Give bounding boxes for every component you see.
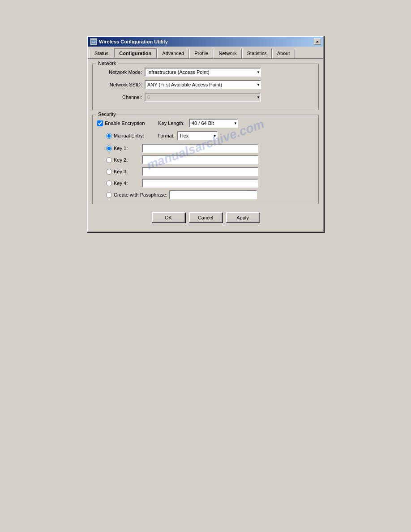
network-ssid-label: Network SSID: xyxy=(97,82,142,87)
enable-encryption-text: Enable Encryption xyxy=(105,120,145,126)
key-length-select-wrapper[interactable]: 40 / 64 Bit 104 / 128 Bit xyxy=(189,119,238,128)
tab-statistics[interactable]: Statistics xyxy=(242,49,272,59)
manual-entry-row: Manual Entry: Format: Hex ASCII xyxy=(97,131,314,140)
network-mode-row: Network Mode: Infrastructure (Access Poi… xyxy=(97,68,314,77)
key3-radio-label[interactable]: Key 3: xyxy=(106,169,142,175)
key2-radio-label[interactable]: Key 2: xyxy=(106,157,142,163)
key2-radio[interactable] xyxy=(106,157,112,163)
network-ssid-select-wrapper[interactable]: ANY (First Available Access Point) xyxy=(145,80,261,89)
network-ssid-select[interactable]: ANY (First Available Access Point) xyxy=(145,80,261,89)
passphrase-row: Create with Passphrase: xyxy=(97,190,314,199)
key1-row: Key 1: xyxy=(97,144,314,153)
key1-radio-label[interactable]: Key 1: xyxy=(106,146,142,151)
key-length-select[interactable]: 40 / 64 Bit 104 / 128 Bit xyxy=(189,119,238,128)
key3-text: Key 3: xyxy=(114,169,128,174)
main-window: Wireless Configuration Utility × Status … xyxy=(87,36,324,232)
tab-network[interactable]: Network xyxy=(214,49,241,59)
key2-input[interactable] xyxy=(142,155,258,164)
key2-row: Key 2: xyxy=(97,155,314,164)
key-length-label: Key Length: xyxy=(158,120,184,126)
tab-configuration[interactable]: Configuration xyxy=(114,48,157,58)
ok-button[interactable]: OK xyxy=(152,212,185,223)
key2-text: Key 2: xyxy=(114,157,128,163)
titlebar-left: Wireless Configuration Utility xyxy=(90,38,168,45)
tab-profile[interactable]: Profile xyxy=(189,49,213,59)
manual-entry-radio-label[interactable]: Manual Entry: xyxy=(106,133,144,139)
tab-status[interactable]: Status xyxy=(90,49,113,59)
buttons-area: OK Cancel Apply xyxy=(92,209,319,227)
passphrase-input[interactable] xyxy=(169,190,257,199)
window-title: Wireless Configuration Utility xyxy=(99,39,168,44)
key4-text: Key 4: xyxy=(114,180,128,186)
titlebar: Wireless Configuration Utility × xyxy=(88,37,323,47)
close-button[interactable]: × xyxy=(314,39,321,45)
key1-text: Key 1: xyxy=(114,146,128,151)
key3-radio[interactable] xyxy=(106,169,112,175)
passphrase-text: Create with Passphrase: xyxy=(114,192,167,197)
channel-label: Channel: xyxy=(97,94,142,100)
enable-encryption-checkbox[interactable] xyxy=(97,120,103,126)
network-mode-select-wrapper[interactable]: Infrastructure (Access Point) Ad Hoc Acc… xyxy=(145,68,261,77)
passphrase-radio[interactable] xyxy=(106,192,112,198)
network-mode-label: Network Mode: xyxy=(97,69,142,75)
format-group: Format: Hex ASCII xyxy=(158,131,218,140)
key1-radio[interactable] xyxy=(106,146,112,151)
key4-row: Key 4: xyxy=(97,179,314,188)
tab-advanced[interactable]: Advanced xyxy=(157,49,189,59)
app-icon xyxy=(90,38,97,45)
cancel-button[interactable]: Cancel xyxy=(189,212,223,223)
security-group-label: Security xyxy=(96,112,118,117)
network-group-label: Network xyxy=(96,60,118,66)
tabs-area: Status Configuration Advanced Profile Ne… xyxy=(88,47,323,59)
key4-input[interactable] xyxy=(142,179,258,188)
format-select[interactable]: Hex ASCII xyxy=(177,131,218,140)
enable-encryption-label[interactable]: Enable Encryption xyxy=(97,120,145,126)
passphrase-radio-label[interactable]: Create with Passphrase: xyxy=(106,192,167,198)
content-area: Network Network Mode: Infrastructure (Ac… xyxy=(88,59,323,232)
tab-about[interactable]: About xyxy=(272,49,295,59)
network-group: Network Network Mode: Infrastructure (Ac… xyxy=(92,64,319,110)
encryption-row: Enable Encryption Key Length: 40 / 64 Bi… xyxy=(97,119,314,128)
channel-row: Channel: 6 xyxy=(97,93,314,102)
key1-input[interactable] xyxy=(142,144,258,153)
channel-select[interactable]: 6 xyxy=(145,93,261,102)
security-group: Security Enable Encryption Key Length: 4… xyxy=(92,115,319,204)
format-select-wrapper[interactable]: Hex ASCII xyxy=(177,131,218,140)
format-label: Format: xyxy=(158,133,175,138)
manual-entry-text: Manual Entry: xyxy=(114,133,144,138)
network-ssid-row: Network SSID: ANY (First Available Acces… xyxy=(97,80,314,89)
key4-radio[interactable] xyxy=(106,180,112,186)
key3-input[interactable] xyxy=(142,167,258,176)
channel-select-wrapper[interactable]: 6 xyxy=(145,93,261,102)
key3-row: Key 3: xyxy=(97,167,314,176)
network-mode-select[interactable]: Infrastructure (Access Point) Ad Hoc Acc… xyxy=(145,68,261,77)
apply-button[interactable]: Apply xyxy=(226,212,260,223)
manual-entry-radio[interactable] xyxy=(106,133,112,139)
key4-radio-label[interactable]: Key 4: xyxy=(106,180,142,186)
